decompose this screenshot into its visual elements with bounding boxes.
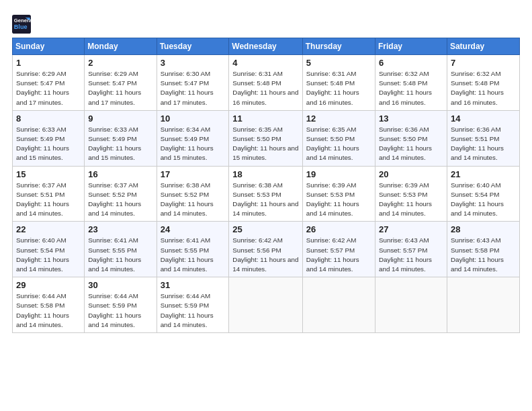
day-number: 23 — [88, 224, 152, 234]
sunrise-text: Sunrise: 6:29 AM — [16, 70, 66, 77]
day-number: 2 — [88, 58, 152, 68]
day-number: 11 — [232, 113, 298, 124]
day-info: Sunrise: 6:35 AM Sunset: 5:50 PM Dayligh… — [306, 125, 371, 163]
sunset-text: Sunset: 5:58 PM — [16, 302, 64, 309]
day-number: 12 — [306, 113, 371, 124]
daylight-text: Daylight: 11 hours and 14 minutes. — [161, 256, 214, 273]
daylight-text: Daylight: 11 hours and 14 minutes. — [306, 256, 359, 273]
calendar-cell: 14 Sunrise: 6:36 AM Sunset: 5:51 PM Dayl… — [447, 110, 519, 166]
sunrise-text: Sunrise: 6:35 AM — [306, 126, 357, 133]
sunrise-text: Sunrise: 6:43 AM — [379, 236, 429, 244]
calendar-cell: 29 Sunrise: 6:44 AM Sunset: 5:58 PM Dayl… — [13, 277, 85, 333]
week-row-5: 29 Sunrise: 6:44 AM Sunset: 5:58 PM Dayl… — [13, 277, 520, 333]
calendar-cell: 28 Sunrise: 6:43 AM Sunset: 5:58 PM Dayl… — [447, 222, 519, 277]
calendar-cell: 18 Sunrise: 6:38 AM Sunset: 5:53 PM Dayl… — [229, 166, 302, 222]
daylight-text: Daylight: 11 hours and 14 minutes. — [379, 144, 432, 161]
day-info: Sunrise: 6:44 AM Sunset: 5:58 PM Dayligh… — [16, 291, 81, 330]
day-number: 14 — [451, 113, 516, 124]
sunset-text: Sunset: 5:59 PM — [88, 302, 136, 309]
calendar-cell: 2 Sunrise: 6:29 AM Sunset: 5:47 PM Dayli… — [85, 55, 157, 111]
sunrise-text: Sunrise: 6:32 AM — [451, 70, 501, 77]
day-info: Sunrise: 6:38 AM Sunset: 5:52 PM Dayligh… — [161, 181, 226, 219]
day-info: Sunrise: 6:42 AM Sunset: 5:57 PM Dayligh… — [306, 236, 371, 274]
week-row-3: 15 Sunrise: 6:37 AM Sunset: 5:51 PM Dayl… — [13, 166, 520, 222]
week-row-4: 22 Sunrise: 6:40 AM Sunset: 5:54 PM Dayl… — [13, 222, 520, 277]
sunset-text: Sunset: 5:54 PM — [16, 246, 64, 254]
sunset-text: Sunset: 5:59 PM — [161, 302, 209, 309]
sunset-text: Sunset: 5:48 PM — [379, 79, 427, 87]
daylight-text: Daylight: 11 hours and 16 minutes. — [306, 89, 359, 105]
daylight-text: Daylight: 11 hours and 14 minutes. — [88, 256, 141, 273]
sunset-text: Sunset: 5:48 PM — [232, 79, 281, 87]
day-info: Sunrise: 6:34 AM Sunset: 5:49 PM Dayligh… — [161, 125, 226, 163]
sunset-text: Sunset: 5:57 PM — [306, 246, 355, 254]
calendar-header: SundayMondayTuesdayWednesdayThursdayFrid… — [13, 38, 520, 55]
week-row-2: 8 Sunrise: 6:33 AM Sunset: 5:49 PM Dayli… — [13, 110, 520, 166]
calendar-cell: 31 Sunrise: 6:44 AM Sunset: 5:59 PM Dayl… — [157, 277, 229, 333]
daylight-text: Daylight: 11 hours and 14 minutes. — [161, 312, 214, 328]
calendar-cell: 19 Sunrise: 6:39 AM Sunset: 5:53 PM Dayl… — [302, 166, 375, 222]
day-number: 20 — [379, 169, 443, 179]
day-info: Sunrise: 6:33 AM Sunset: 5:49 PM Dayligh… — [16, 125, 81, 163]
day-number: 29 — [16, 280, 81, 290]
daylight-text: Daylight: 11 hours and 14 minutes. — [232, 256, 298, 273]
sunset-text: Sunset: 5:50 PM — [232, 135, 281, 142]
day-info: Sunrise: 6:40 AM Sunset: 5:54 PM Dayligh… — [16, 236, 81, 274]
weekday-header-monday: Monday — [85, 38, 157, 55]
day-info: Sunrise: 6:41 AM Sunset: 5:55 PM Dayligh… — [88, 236, 152, 274]
sunset-text: Sunset: 5:55 PM — [161, 246, 209, 254]
sunrise-text: Sunrise: 6:29 AM — [88, 70, 138, 77]
day-info: Sunrise: 6:36 AM Sunset: 5:50 PM Dayligh… — [379, 125, 443, 163]
day-number: 27 — [379, 224, 443, 234]
sunrise-text: Sunrise: 6:43 AM — [451, 236, 501, 244]
sunrise-text: Sunrise: 6:41 AM — [161, 236, 211, 244]
sunrise-text: Sunrise: 6:39 AM — [379, 181, 429, 189]
calendar-cell: 26 Sunrise: 6:42 AM Sunset: 5:57 PM Dayl… — [302, 222, 375, 277]
sunrise-text: Sunrise: 6:38 AM — [232, 181, 283, 189]
sunset-text: Sunset: 5:49 PM — [161, 135, 209, 142]
day-number: 26 — [306, 224, 371, 234]
calendar-cell: 15 Sunrise: 6:37 AM Sunset: 5:51 PM Dayl… — [13, 166, 85, 222]
calendar-cell: 11 Sunrise: 6:35 AM Sunset: 5:50 PM Dayl… — [229, 110, 302, 166]
sunset-text: Sunset: 5:51 PM — [16, 191, 64, 198]
sunset-text: Sunset: 5:48 PM — [306, 79, 355, 87]
day-info: Sunrise: 6:42 AM Sunset: 5:56 PM Dayligh… — [232, 236, 298, 274]
day-number: 16 — [88, 169, 152, 179]
day-info: Sunrise: 6:39 AM Sunset: 5:53 PM Dayligh… — [306, 181, 371, 219]
day-number: 30 — [88, 280, 152, 290]
sunrise-text: Sunrise: 6:36 AM — [379, 126, 429, 133]
day-number: 25 — [232, 224, 298, 234]
day-info: Sunrise: 6:32 AM Sunset: 5:48 PM Dayligh… — [451, 69, 516, 107]
daylight-text: Daylight: 11 hours and 15 minutes. — [16, 144, 69, 161]
daylight-text: Daylight: 11 hours and 15 minutes. — [232, 144, 298, 161]
sunrise-text: Sunrise: 6:37 AM — [16, 181, 66, 189]
day-number: 8 — [16, 113, 81, 124]
sunset-text: Sunset: 5:53 PM — [232, 191, 281, 198]
calendar-cell: 21 Sunrise: 6:40 AM Sunset: 5:54 PM Dayl… — [447, 166, 519, 222]
daylight-text: Daylight: 11 hours and 14 minutes. — [379, 256, 432, 273]
sunrise-text: Sunrise: 6:42 AM — [306, 236, 357, 244]
daylight-text: Daylight: 11 hours and 17 minutes. — [88, 89, 141, 105]
day-number: 17 — [161, 169, 226, 179]
sunset-text: Sunset: 5:54 PM — [451, 191, 499, 198]
daylight-text: Daylight: 11 hours and 14 minutes. — [306, 144, 359, 161]
sunrise-text: Sunrise: 6:37 AM — [88, 181, 138, 189]
daylight-text: Daylight: 11 hours and 14 minutes. — [451, 144, 504, 161]
calendar-cell — [375, 277, 447, 333]
day-number: 3 — [161, 58, 226, 68]
daylight-text: Daylight: 11 hours and 14 minutes. — [232, 200, 298, 217]
calendar-cell: 9 Sunrise: 6:33 AM Sunset: 5:49 PM Dayli… — [85, 110, 157, 166]
day-info: Sunrise: 6:30 AM Sunset: 5:47 PM Dayligh… — [161, 69, 226, 107]
page: General Blue SundayMondayTuesdayWednesda… — [0, 0, 532, 411]
calendar-cell: 4 Sunrise: 6:31 AM Sunset: 5:48 PM Dayli… — [229, 55, 302, 111]
sunset-text: Sunset: 5:49 PM — [16, 135, 64, 142]
weekday-header-thursday: Thursday — [302, 38, 375, 55]
calendar-cell: 7 Sunrise: 6:32 AM Sunset: 5:48 PM Dayli… — [447, 55, 519, 111]
weekday-header-sunday: Sunday — [13, 38, 85, 55]
calendar-cell: 1 Sunrise: 6:29 AM Sunset: 5:47 PM Dayli… — [13, 55, 85, 111]
calendar-cell: 10 Sunrise: 6:34 AM Sunset: 5:49 PM Dayl… — [157, 110, 229, 166]
calendar-cell: 6 Sunrise: 6:32 AM Sunset: 5:48 PM Dayli… — [375, 55, 447, 111]
day-number: 13 — [379, 113, 443, 124]
day-number: 19 — [306, 169, 371, 179]
weekday-header-tuesday: Tuesday — [157, 38, 229, 55]
